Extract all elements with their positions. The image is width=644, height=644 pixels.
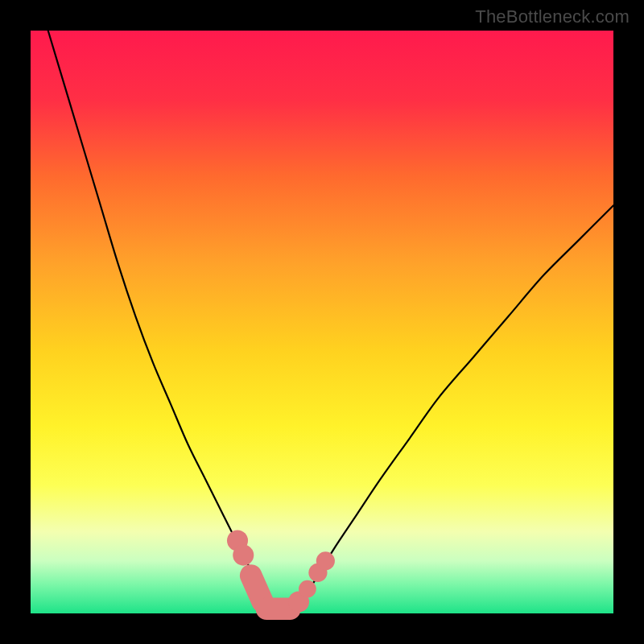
curve-markers [227,530,335,612]
marker-dot [233,545,254,566]
left-curve [48,31,270,613]
gradient-plot-area [31,31,613,613]
marker-dot [299,580,316,598]
curves-svg [31,31,613,613]
right-curve [293,205,613,613]
watermark-text: TheBottleneck.com [475,6,630,27]
marker-dot [316,551,335,570]
marker-pill [251,576,262,602]
chart-frame: TheBottleneck.com [0,0,644,644]
